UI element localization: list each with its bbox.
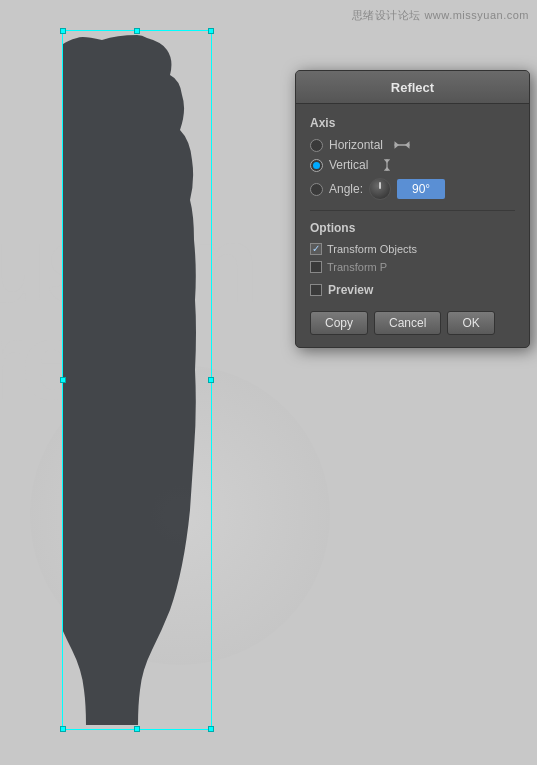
options-section-label: Options — [310, 221, 515, 235]
transform-pattern-label: Transform P — [327, 261, 387, 273]
dialog-titlebar: Reflect — [296, 71, 529, 104]
transform-objects-row[interactable]: ✓ Transform Objects — [310, 243, 515, 255]
vertical-radio-row[interactable]: Vertical — [310, 158, 515, 172]
divider — [310, 210, 515, 211]
vertical-radio-dot — [313, 162, 320, 169]
dialog-body: Axis Horizontal Vertical — [296, 104, 529, 347]
vertical-axis-icon — [378, 158, 396, 172]
horizontal-axis-icon — [393, 138, 411, 152]
vertical-radio[interactable] — [310, 159, 323, 172]
horizontal-label: Horizontal — [329, 138, 383, 152]
copy-button[interactable]: Copy — [310, 311, 368, 335]
preview-row[interactable]: Preview — [310, 283, 515, 297]
object-silhouette — [62, 30, 212, 730]
svg-marker-4 — [384, 159, 390, 163]
svg-marker-2 — [405, 141, 410, 149]
reflect-dialog: Reflect Axis Horizontal Vertical — [295, 70, 530, 348]
vertical-label: Vertical — [329, 158, 368, 172]
options-section: Options ✓ Transform Objects Transform P — [310, 221, 515, 273]
dialog-title: Reflect — [391, 80, 434, 95]
horizontal-radio[interactable] — [310, 139, 323, 152]
ok-button[interactable]: OK — [447, 311, 494, 335]
button-row: Copy Cancel OK — [310, 311, 515, 335]
watermark: 思绪设计论坛 www.missyuan.com — [352, 8, 529, 23]
angle-dial[interactable] — [369, 178, 391, 200]
preview-label: Preview — [328, 283, 373, 297]
transform-objects-checkbox[interactable]: ✓ — [310, 243, 322, 255]
transform-pattern-checkbox[interactable] — [310, 261, 322, 273]
horizontal-radio-row[interactable]: Horizontal — [310, 138, 515, 152]
angle-radio[interactable] — [310, 183, 323, 196]
transform-pattern-row[interactable]: Transform P — [310, 261, 515, 273]
preview-checkbox[interactable] — [310, 284, 322, 296]
angle-label: Angle: — [329, 182, 363, 196]
angle-row: Angle: — [310, 178, 515, 200]
transform-objects-check: ✓ — [312, 244, 320, 254]
transform-objects-label: Transform Objects — [327, 243, 417, 255]
svg-marker-1 — [395, 141, 400, 149]
svg-marker-5 — [384, 167, 390, 171]
cancel-button[interactable]: Cancel — [374, 311, 441, 335]
axis-section-label: Axis — [310, 116, 515, 130]
angle-input[interactable] — [397, 179, 445, 199]
